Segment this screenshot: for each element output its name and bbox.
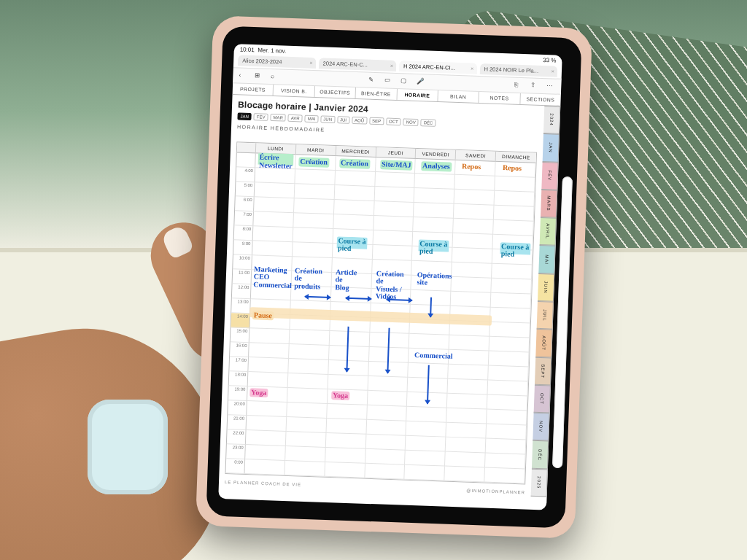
side-month-tab[interactable]: MARS [541, 190, 557, 218]
calendar-cell[interactable] [330, 316, 371, 332]
month-chip[interactable]: DÉC [421, 119, 436, 127]
month-chip[interactable]: MAI [305, 115, 319, 123]
section-tab[interactable]: SECTIONS [520, 93, 561, 106]
thumbnails-icon[interactable]: ⊞ [255, 71, 263, 80]
calendar-cell[interactable] [328, 389, 368, 405]
calendar-cell[interactable] [333, 229, 374, 245]
calendar-cell[interactable] [453, 219, 494, 235]
calendar-cell[interactable] [491, 293, 532, 309]
calendar-cell[interactable] [486, 424, 527, 440]
calendar-cell[interactable] [452, 262, 492, 279]
calendar-cell[interactable] [415, 174, 456, 190]
calendar-cell[interactable] [286, 417, 327, 433]
month-chip[interactable]: JUI [337, 116, 349, 124]
month-chip[interactable]: OCT [386, 117, 401, 125]
calendar-cell[interactable] [489, 322, 530, 338]
calendar-cell[interactable] [249, 328, 290, 344]
calendar-cell[interactable] [449, 335, 490, 351]
eraser-tool-icon[interactable]: ▢ [400, 77, 409, 85]
calendar-cell[interactable] [247, 386, 288, 402]
calendar-cell[interactable] [454, 204, 495, 220]
calendar-cell[interactable] [293, 242, 333, 258]
side-month-tab[interactable]: DÉC [532, 440, 549, 469]
calendar-cell[interactable] [372, 245, 413, 261]
calendar-cell[interactable] [449, 350, 489, 366]
calendar-cell[interactable] [328, 360, 369, 376]
calendar-cell[interactable] [252, 270, 293, 286]
month-chip[interactable]: JAN [237, 112, 252, 120]
calendar-cell[interactable] [367, 405, 408, 421]
calendar-cell[interactable] [245, 445, 286, 461]
calendar-cell[interactable] [252, 255, 293, 271]
calendar-cell[interactable] [455, 160, 496, 176]
calendar-cell[interactable] [290, 300, 331, 316]
share-icon[interactable]: ⇪ [530, 81, 539, 90]
calendar-cell[interactable] [247, 401, 287, 417]
calendar-cell[interactable] [445, 452, 486, 468]
side-month-tab[interactable]: FÉV [541, 162, 558, 190]
month-chip[interactable]: JUN [320, 115, 335, 123]
side-month-tab[interactable]: SEPT [535, 357, 551, 385]
side-month-tab[interactable]: JAN [543, 133, 560, 162]
calendar-cell[interactable] [407, 392, 448, 408]
calendar-cell[interactable] [453, 233, 494, 249]
calendar-cell[interactable] [371, 303, 411, 319]
side-month-tab[interactable]: 2024 [543, 106, 560, 134]
calendar-cell[interactable] [255, 168, 295, 184]
calendar-cell[interactable] [408, 378, 449, 394]
calendar-cell[interactable] [492, 264, 533, 280]
calendar-cell[interactable] [290, 315, 330, 331]
side-month-tab[interactable]: 2025 [531, 468, 548, 497]
calendar-cell[interactable] [368, 376, 409, 392]
calendar-cell[interactable] [325, 448, 366, 464]
calendar-cell[interactable] [446, 423, 487, 439]
calendar-cell[interactable] [376, 158, 417, 174]
add-page-icon[interactable]: ⎘ [514, 81, 523, 90]
calendar-cell[interactable] [405, 451, 446, 467]
calendar-body[interactable]: 4:005:006:007:008:009:0010:0011:0012:001… [225, 152, 535, 483]
calendar-cell[interactable] [372, 260, 413, 276]
calendar-cell[interactable] [286, 432, 327, 448]
calendar-cell[interactable] [489, 351, 530, 368]
search-icon[interactable]: ⌕ [271, 72, 279, 81]
month-chip[interactable]: NOV [403, 118, 419, 126]
document-tab[interactable]: Alice 2023-2024× [238, 55, 316, 69]
calendar-cell[interactable] [445, 467, 486, 483]
calendar-cell[interactable] [365, 449, 406, 465]
planner-page[interactable]: Blocage horaire | Janvier 2024 JANFÉVMAR… [219, 95, 544, 497]
calendar-cell[interactable] [335, 171, 376, 187]
calendar-cell[interactable] [291, 271, 332, 287]
calendar-cell[interactable] [451, 292, 492, 308]
calendar-cell[interactable] [325, 433, 366, 449]
calendar-cell[interactable] [246, 430, 287, 446]
calendar-cell[interactable] [454, 190, 495, 206]
lasso-tool-icon[interactable]: ▭ [384, 76, 393, 85]
month-chip[interactable]: MAR [270, 114, 286, 122]
section-tab[interactable]: NOTES [479, 92, 521, 104]
calendar-cell[interactable] [446, 438, 487, 454]
calendar-cell[interactable] [409, 363, 449, 379]
calendar-cell[interactable] [406, 436, 446, 452]
calendar-cell[interactable] [248, 372, 289, 388]
month-chip[interactable]: FÉV [254, 113, 268, 121]
calendar-cell[interactable] [487, 410, 527, 426]
section-tab[interactable]: VISION B. [274, 85, 315, 97]
calendar-cell[interactable] [495, 162, 536, 178]
calendar-cell[interactable] [415, 159, 456, 175]
calendar-cell[interactable] [366, 420, 407, 436]
month-chip[interactable]: AVR [288, 114, 303, 122]
calendar-cell[interactable] [409, 334, 450, 350]
calendar-cell[interactable] [255, 182, 295, 198]
calendar-cell[interactable] [248, 357, 289, 373]
calendar-cell[interactable] [250, 299, 291, 315]
calendar-cell[interactable] [375, 172, 416, 188]
document-tab[interactable]: H 2024 NOIR Le Pla...× [479, 63, 557, 77]
mic-icon[interactable]: 🎤 [417, 77, 425, 86]
side-month-tab[interactable]: JUIN [538, 273, 554, 302]
calendar-cell[interactable] [247, 416, 287, 432]
section-tab[interactable]: PROJETS [233, 83, 274, 96]
close-tab-icon[interactable]: × [309, 60, 313, 66]
calendar-cell[interactable] [336, 156, 376, 172]
calendar-cell[interactable] [450, 321, 491, 337]
calendar-cell[interactable] [448, 365, 489, 381]
